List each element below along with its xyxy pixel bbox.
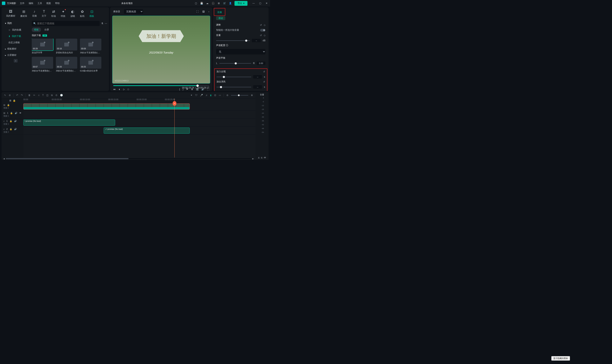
asset-tab-4[interactable]: ⇄转场 <box>49 9 58 19</box>
prev-frame-icon[interactable]: ⏮ <box>113 88 116 91</box>
timeline-ruler[interactable]: 00:0000:00:05:0000:00:10:0000:00:15:0000… <box>23 98 255 103</box>
redo-icon[interactable]: ↷ <box>21 94 23 97</box>
minimize-icon[interactable]: — <box>252 2 255 5</box>
track-icon[interactable]: 🔊 <box>14 120 17 122</box>
collapse-icon[interactable]: › <box>209 10 209 13</box>
apps-icon[interactable]: ⊞ <box>217 2 220 5</box>
inspector-subtab[interactable]: 基础 <box>213 17 268 21</box>
asset-item-1[interactable]: 00:16穿搭欧美杂志风02 <box>56 39 77 54</box>
playhead-handle[interactable]: ✂ <box>173 101 176 106</box>
pointer-icon[interactable]: ↖ <box>4 94 6 97</box>
track-add-icon[interactable]: ⊞ <box>9 99 11 102</box>
volume-value[interactable]: -- <box>252 39 261 42</box>
progress-thumb[interactable] <box>196 84 199 87</box>
zoom-out-icon[interactable]: ⊖ <box>226 94 228 97</box>
asset-subtab-0[interactable]: 模板 <box>32 27 41 32</box>
asset-item-0[interactable]: 00:28加油开学季 <box>32 39 53 54</box>
auto-icon[interactable]: ✦ <box>190 94 192 97</box>
asset-item-3[interactable]: 00:0738妇女节直播预告(时... <box>32 57 53 72</box>
record-icon[interactable]: ⊡ <box>214 94 216 97</box>
filter-icon[interactable]: ⚗ <box>101 22 103 25</box>
undo-icon[interactable]: ↶ <box>16 94 18 97</box>
card-icon[interactable]: ▭ <box>219 94 221 97</box>
step-back-icon[interactable]: ⏴ <box>118 88 120 91</box>
headset-icon[interactable]: 🎧 <box>212 2 214 5</box>
mic-icon[interactable]: 🎤 <box>200 94 203 97</box>
asset-thumb[interactable]: 00:28 <box>32 39 53 51</box>
track-icon[interactable]: 🔊 <box>14 128 17 130</box>
save-icon[interactable]: 💾 <box>200 2 203 5</box>
asset-item-4[interactable]: 00:2038妇女节直播预告(时... <box>56 57 77 72</box>
cart-icon[interactable]: 🛒 <box>223 2 226 5</box>
asset-thumb[interactable]: 00:25 <box>80 57 101 69</box>
sidebar-item-2[interactable]: 自定义模板 <box>1 39 30 46</box>
close-icon[interactable]: ✕ <box>265 2 268 5</box>
track-lock-icon[interactable]: 🔒 <box>13 99 16 102</box>
asset-tab-2[interactable]: ♪音频 <box>30 9 39 19</box>
asset-tab-1[interactable]: ⊞素材库 <box>18 9 29 19</box>
track-icon[interactable]: ♪ <box>3 120 5 122</box>
fade-out-slider[interactable] <box>216 87 251 87</box>
track-icon[interactable]: 🔒 <box>10 128 12 130</box>
asset-tab-3[interactable]: T文字 <box>40 9 48 19</box>
link-icon[interactable]: ⧉ <box>51 94 53 97</box>
playhead[interactable]: ✂ <box>174 98 175 157</box>
asset-thumb[interactable]: 00:09 <box>80 39 101 51</box>
track-icon[interactable]: 1 <box>6 120 8 122</box>
video-clip[interactable] <box>23 104 190 110</box>
asset-tab-7[interactable]: ✿贴纸 <box>78 9 86 19</box>
sidebar-head[interactable]: ▾ 我的 <box>1 20 30 27</box>
split-icon[interactable]: ⧗ <box>210 94 212 97</box>
track-icon[interactable]: ⊡ <box>3 104 5 106</box>
progress-bar[interactable] <box>113 85 209 86</box>
keyframe-icon[interactable]: ◇ <box>264 34 266 37</box>
sidebar-pager[interactable]: ‹ <box>1 59 30 62</box>
zoom-in-icon[interactable]: ⊕ <box>251 94 253 97</box>
music-icon[interactable]: ♬ <box>206 94 207 97</box>
help-icon[interactable]: ⓘ <box>226 44 228 47</box>
zoom-slider[interactable] <box>231 95 248 96</box>
stop-icon[interactable]: □ <box>128 88 129 91</box>
screen-icon[interactable]: ▢ <box>194 2 197 5</box>
beat-icon[interactable]: ♫ <box>38 94 40 97</box>
more-icon[interactable]: ⋯ <box>105 22 107 25</box>
track-audio-2[interactable]: ♪ I promise (No lead) <box>23 127 255 135</box>
reset-icon[interactable]: ↺ <box>263 80 265 83</box>
clock-icon[interactable]: 🕐 <box>60 94 63 97</box>
sidebar-item-0[interactable]: ☆我的收藏 <box>1 27 30 33</box>
snapshot-icon[interactable]: 🖼 <box>202 10 205 13</box>
track-icon[interactable]: ♪ <box>3 128 5 130</box>
sidebar-group-1[interactable]: ▸分屏素材 <box>1 52 30 58</box>
track-video-1[interactable] <box>23 111 255 119</box>
timeline-tracks[interactable]: 00:0000:00:05:0000:00:10:0000:00:15:0000… <box>23 98 255 157</box>
delete-icon[interactable]: 🗑 <box>28 94 31 97</box>
track-icon[interactable]: ⊡ <box>3 112 5 114</box>
menu-help[interactable]: 帮助 <box>55 2 60 5</box>
asset-subtab-1[interactable]: 分屏 <box>42 27 51 32</box>
menu-tools[interactable]: 工具 <box>38 2 42 5</box>
timeline-scrollbar[interactable]: ◂▸ <box>1 157 255 160</box>
crop-icon[interactable]: ⛶ <box>196 10 199 13</box>
maximize-icon[interactable]: ▢ <box>259 2 262 5</box>
menu-edit[interactable]: 编辑 <box>29 2 33 5</box>
smart-volume-toggle[interactable] <box>260 29 266 32</box>
track-icon[interactable]: 🔒 <box>10 112 13 114</box>
track-icon[interactable]: 🔊 <box>15 112 17 114</box>
inspector-tab-audio[interactable]: 音频 <box>214 8 225 16</box>
menu-file[interactable]: 文件 <box>20 2 25 5</box>
user-icon[interactable]: 👤 <box>229 2 232 5</box>
asset-thumb[interactable]: 00:16 <box>56 39 77 51</box>
sidebar-group-0[interactable]: ▸模板素材 <box>1 46 30 52</box>
shield-icon[interactable]: 🛡 <box>195 94 197 97</box>
fade-in-slider[interactable] <box>216 77 251 77</box>
mark-in-icon[interactable]: { <box>179 88 180 91</box>
preview-video[interactable]: 加油！新学期 2022/09/20 Tuesday VCG211348913 <box>112 16 210 83</box>
menu-view[interactable]: 视图 <box>46 2 51 5</box>
track-icon[interactable]: 👁 <box>19 112 21 114</box>
asset-thumb[interactable]: 00:07 <box>32 57 53 69</box>
asset-tab-5[interactable]: ✦特效 <box>59 9 67 19</box>
cut-icon[interactable]: ✂ <box>33 94 35 97</box>
asset-thumb[interactable]: 00:20 <box>56 57 77 69</box>
track-head-1[interactable]: ⊡1🔒🔊👁视频 1 <box>1 111 23 119</box>
speed-icon[interactable]: ⊙ <box>55 94 57 97</box>
